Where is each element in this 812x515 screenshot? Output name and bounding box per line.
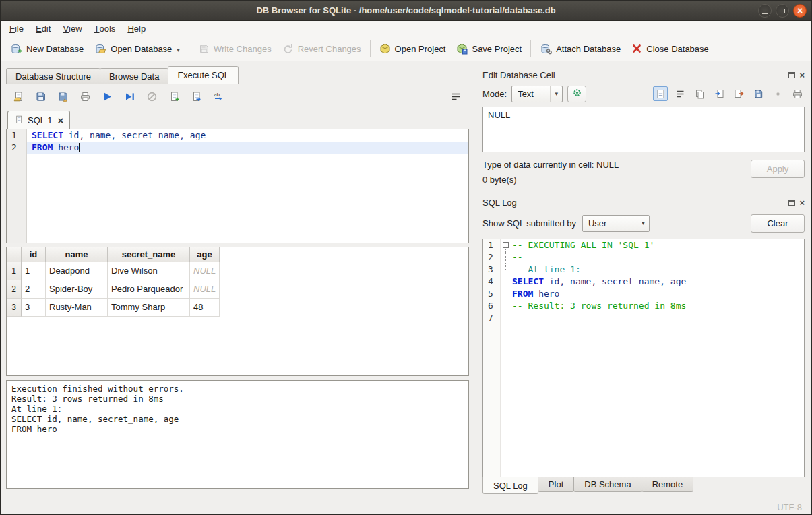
clear-button-label: Clear: [767, 218, 788, 229]
row-header[interactable]: 2: [7, 280, 22, 299]
corner-cell[interactable]: [7, 247, 22, 262]
word-wrap-icon[interactable]: [447, 88, 464, 104]
message-line: Result: 3 rows returned in 8ms: [11, 394, 464, 404]
cell[interactable]: Rusty-Man: [46, 299, 108, 317]
save-project-button[interactable]: Save Project: [451, 40, 527, 58]
save-sql-as-icon[interactable]: [55, 88, 71, 104]
save-sql-file-icon[interactable]: [32, 88, 49, 104]
column-header-age[interactable]: age: [190, 247, 220, 262]
execute-current-line-icon[interactable]: [121, 88, 137, 104]
cell[interactable]: NULL: [190, 262, 220, 280]
cell-editor[interactable]: NULL: [482, 107, 805, 152]
copy-icon[interactable]: [692, 86, 707, 101]
fold-marker: [501, 288, 512, 300]
export-file-icon[interactable]: [731, 86, 746, 101]
toolbar-label: Attach Database: [556, 44, 621, 54]
toolbar-label: Close Database: [646, 44, 709, 54]
set-null-icon[interactable]: [770, 86, 785, 101]
import-file-icon[interactable]: [712, 86, 726, 101]
main-toolbar: New DatabaseOpen Database▾Write ChangesR…: [1, 36, 811, 61]
code-token: FROM: [32, 142, 53, 152]
print-icon[interactable]: [790, 86, 805, 101]
revert-changes-icon: [282, 43, 294, 55]
cell[interactable]: 1: [22, 262, 46, 280]
cell[interactable]: Tommy Sharp: [108, 299, 190, 317]
auto-mode-button[interactable]: [567, 86, 586, 102]
tab-database-structure[interactable]: Database Structure: [6, 68, 100, 84]
text-cursor: [79, 143, 80, 152]
execution-message: Execution finished without errors.Result…: [6, 380, 469, 489]
cell[interactable]: Pedro Parqueador: [108, 280, 190, 299]
line-number: 5: [483, 288, 500, 300]
code-token: id, name, secret_name, age: [63, 130, 206, 140]
column-header-id[interactable]: id: [22, 247, 46, 262]
clear-log-button[interactable]: Clear: [751, 214, 805, 233]
cell[interactable]: 2: [22, 280, 46, 299]
float-panel-icon[interactable]: [788, 72, 795, 78]
sql-editor[interactable]: 12 SELECT id, name, secret_name, ageFROM…: [6, 129, 469, 243]
fold-marker: [501, 276, 512, 288]
open-project-button[interactable]: Open Project: [374, 40, 451, 58]
apply-button[interactable]: Apply: [751, 160, 805, 178]
menu-file[interactable]: File: [3, 21, 30, 36]
row-header[interactable]: 3: [7, 299, 22, 317]
cell[interactable]: 48: [190, 299, 220, 317]
open-sql-file-icon[interactable]: [10, 88, 26, 104]
mode-select[interactable]: Text ▾: [511, 86, 563, 102]
menu-edit[interactable]: Edit: [30, 21, 57, 36]
close-tab-icon[interactable]: ×: [57, 115, 63, 125]
menu-help[interactable]: Help: [121, 21, 152, 36]
float-panel-icon[interactable]: [788, 200, 795, 206]
tab-browse-data[interactable]: Browse Data: [100, 68, 168, 84]
dock-tab-sql-log[interactable]: SQL Log: [482, 477, 538, 494]
close-button[interactable]: ×: [793, 4, 807, 18]
cell[interactable]: Spider-Boy: [46, 280, 108, 299]
export-sql-icon[interactable]: [188, 88, 204, 104]
log-filter-label: Show SQL submitted by: [482, 218, 576, 229]
execute-all-icon[interactable]: [99, 88, 115, 104]
text-view-icon[interactable]: [653, 86, 668, 101]
editor-lines[interactable]: SELECT id, name, secret_name, ageFROM he…: [27, 129, 468, 243]
cell[interactable]: 3: [22, 299, 46, 317]
chevron-down-icon: ▾: [637, 216, 649, 231]
cell[interactable]: Dive Wilson: [108, 262, 190, 280]
find-replace-icon[interactable]: ab: [210, 88, 226, 104]
table-row: 33Rusty-ManTommy Sharp48: [7, 299, 468, 317]
attach-database-button[interactable]: Attach Database: [534, 40, 626, 58]
fold-marker: [501, 251, 512, 264]
fold-marker[interactable]: [501, 239, 512, 251]
log-line: SELECT id, name, secret_name, age: [501, 276, 804, 288]
sql-log-box[interactable]: 1234567 -- EXECUTING ALL IN 'SQL 1'---- …: [482, 239, 805, 477]
open-database-button[interactable]: Open Database▾: [89, 40, 185, 58]
save-file-icon[interactable]: [751, 86, 766, 101]
svg-text:ab: ab: [214, 92, 219, 98]
close-database-button[interactable]: Close Database: [626, 40, 714, 57]
cell[interactable]: NULL: [190, 280, 220, 299]
maximize-button[interactable]: [776, 4, 789, 18]
menu-view[interactable]: View: [57, 21, 88, 36]
column-header-name[interactable]: name: [46, 247, 108, 262]
dock-tab-remote[interactable]: Remote: [642, 477, 694, 492]
tab-sql-1[interactable]: SQL 1 ×: [7, 111, 70, 129]
close-panel-icon[interactable]: ×: [799, 198, 805, 207]
print-icon[interactable]: [77, 88, 93, 104]
toolbar-separator: [189, 40, 189, 57]
new-database-button[interactable]: New Database: [5, 40, 89, 58]
line-number: 1: [7, 129, 26, 142]
sql-toolbar: ab: [6, 84, 469, 109]
wrap-lines-icon[interactable]: [673, 86, 687, 101]
cell[interactable]: Deadpond: [46, 262, 108, 280]
dropdown-arrow-icon[interactable]: ▾: [177, 47, 180, 55]
row-header[interactable]: 1: [7, 262, 22, 280]
write-changes-icon: [198, 43, 210, 55]
menu-tools[interactable]: Tools: [88, 21, 122, 36]
open-in-new-tab-icon[interactable]: [166, 88, 182, 104]
dock-tab-db-schema[interactable]: DB Schema: [573, 477, 642, 492]
dock-tab-plot[interactable]: Plot: [538, 477, 574, 492]
close-panel-icon[interactable]: ×: [799, 71, 805, 80]
minimize-button[interactable]: [758, 4, 772, 18]
column-header-secret_name[interactable]: secret_name: [108, 247, 190, 262]
log-filter-select[interactable]: User ▾: [582, 215, 650, 232]
tab-execute-sql[interactable]: Execute SQL: [168, 66, 239, 84]
line-number: 2: [483, 251, 500, 264]
